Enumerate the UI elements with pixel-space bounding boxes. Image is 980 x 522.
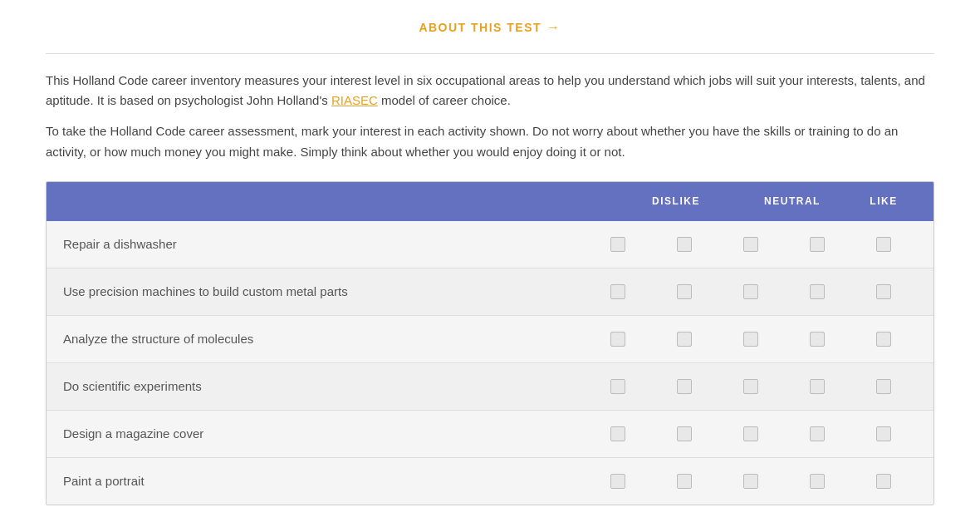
checkbox-cell-2-6 — [651, 474, 718, 489]
header-like: LIKE — [850, 194, 917, 209]
checkbox-cell-dislike-6 — [585, 474, 651, 489]
checkbox-cell-like-4 — [850, 379, 917, 394]
header-options: DISLIKE NEUTRAL LIKE — [568, 194, 917, 209]
checkbox-like-4[interactable] — [876, 379, 891, 394]
checkbox-cell-neutral-5 — [718, 426, 784, 441]
checkbox-2-5[interactable] — [677, 426, 692, 441]
divider — [46, 53, 934, 54]
checkbox-cell-dislike-1 — [585, 237, 651, 252]
checkbox-2-1[interactable] — [677, 237, 692, 252]
activity-label: Do scientific experiments — [63, 377, 568, 396]
checkbox-cell-dislike-3 — [585, 332, 651, 347]
checkbox-4-2[interactable] — [810, 284, 825, 299]
checkbox-like-6[interactable] — [876, 474, 891, 489]
activity-label: Use precision machines to build custom m… — [63, 282, 568, 302]
riasec-link[interactable]: RIASEC — [331, 93, 378, 107]
activity-label: Paint a portrait — [63, 471, 568, 491]
checkbox-like-1[interactable] — [876, 237, 891, 252]
checkbox-cell-neutral-6 — [718, 474, 784, 489]
checkbox-4-6[interactable] — [810, 474, 825, 489]
checkbox-cell-like-2 — [850, 284, 917, 299]
assessment-table: DISLIKE NEUTRAL LIKE Repair a dishwasher — [46, 181, 934, 505]
header-neutral: NEUTRAL — [734, 194, 850, 209]
about-test-label: ABOUT THIS TEST — [419, 18, 541, 37]
checkbox-cell-4-2 — [784, 284, 850, 299]
checkbox-cell-2-5 — [651, 426, 718, 441]
checkboxes-group — [568, 474, 917, 489]
checkbox-cell-like-6 — [850, 474, 917, 489]
checkbox-cell-4-6 — [784, 474, 850, 489]
checkbox-cell-4-4 — [784, 379, 850, 394]
checkbox-cell-4-5 — [784, 426, 850, 441]
checkbox-cell-dislike-4 — [585, 379, 651, 394]
table-row: Design a magazine cover — [47, 411, 933, 458]
activity-label: Repair a dishwasher — [63, 234, 568, 254]
checkbox-neutral-2[interactable] — [743, 284, 758, 299]
table-header: DISLIKE NEUTRAL LIKE — [47, 182, 933, 221]
checkbox-neutral-6[interactable] — [743, 474, 758, 489]
checkboxes-group — [568, 426, 917, 441]
checkbox-cell-2-1 — [651, 237, 718, 252]
checkbox-cell-like-5 — [850, 426, 917, 441]
checkbox-like-5[interactable] — [876, 426, 891, 441]
checkbox-4-3[interactable] — [810, 332, 825, 347]
checkbox-cell-like-1 — [850, 237, 917, 252]
activity-label: Analyze the structure of molecules — [63, 329, 568, 349]
header-dislike: DISLIKE — [618, 194, 734, 209]
table-row: Do scientific experiments — [47, 363, 933, 411]
about-test-link[interactable]: ABOUT THIS TEST → — [419, 17, 561, 38]
checkbox-4-4[interactable] — [810, 379, 825, 394]
checkbox-cell-neutral-3 — [718, 332, 784, 347]
checkbox-neutral-3[interactable] — [743, 332, 758, 347]
checkbox-like-2[interactable] — [876, 284, 891, 299]
checkbox-dislike-4[interactable] — [610, 379, 625, 394]
checkbox-4-5[interactable] — [810, 426, 825, 441]
checkboxes-group — [568, 332, 917, 347]
checkbox-dislike-3[interactable] — [610, 332, 625, 347]
checkbox-cell-4-3 — [784, 332, 850, 347]
checkbox-cell-neutral-4 — [718, 379, 784, 394]
checkbox-2-4[interactable] — [677, 379, 692, 394]
checkbox-cell-2-3 — [651, 332, 718, 347]
table-row: Use precision machines to build custom m… — [47, 268, 933, 316]
checkbox-neutral-1[interactable] — [743, 237, 758, 252]
checkbox-cell-2-2 — [651, 284, 718, 299]
checkbox-cell-2-4 — [651, 379, 718, 394]
checkbox-2-3[interactable] — [677, 332, 692, 347]
arrow-icon: → — [546, 17, 561, 38]
table-row: Repair a dishwasher — [47, 221, 933, 268]
table-row: Paint a portrait — [47, 458, 933, 505]
activity-label: Design a magazine cover — [63, 424, 568, 444]
checkbox-like-3[interactable] — [876, 332, 891, 347]
checkboxes-group — [568, 379, 917, 394]
about-test-header: ABOUT THIS TEST → — [46, 17, 934, 38]
table-row: Analyze the structure of molecules — [47, 316, 933, 363]
checkboxes-group — [568, 284, 917, 299]
checkbox-2-2[interactable] — [677, 284, 692, 299]
checkbox-cell-neutral-2 — [718, 284, 784, 299]
checkbox-cell-like-3 — [850, 332, 917, 347]
checkbox-4-1[interactable] — [810, 237, 825, 252]
checkbox-cell-neutral-1 — [718, 237, 784, 252]
checkbox-dislike-6[interactable] — [610, 474, 625, 489]
checkbox-neutral-5[interactable] — [743, 426, 758, 441]
checkbox-dislike-2[interactable] — [610, 284, 625, 299]
checkboxes-group — [568, 237, 917, 252]
checkbox-cell-4-1 — [784, 237, 850, 252]
checkbox-dislike-1[interactable] — [610, 237, 625, 252]
intro-paragraph-2: To take the Holland Code career assessme… — [46, 121, 934, 163]
checkbox-neutral-4[interactable] — [743, 379, 758, 394]
intro-paragraph-1: This Holland Code career inventory measu… — [46, 71, 934, 112]
checkbox-2-6[interactable] — [677, 474, 692, 489]
page-container: ABOUT THIS TEST → This Holland Code care… — [21, 0, 959, 522]
checkbox-cell-dislike-2 — [585, 284, 651, 299]
checkbox-cell-dislike-5 — [585, 426, 651, 441]
checkbox-dislike-5[interactable] — [610, 426, 625, 441]
